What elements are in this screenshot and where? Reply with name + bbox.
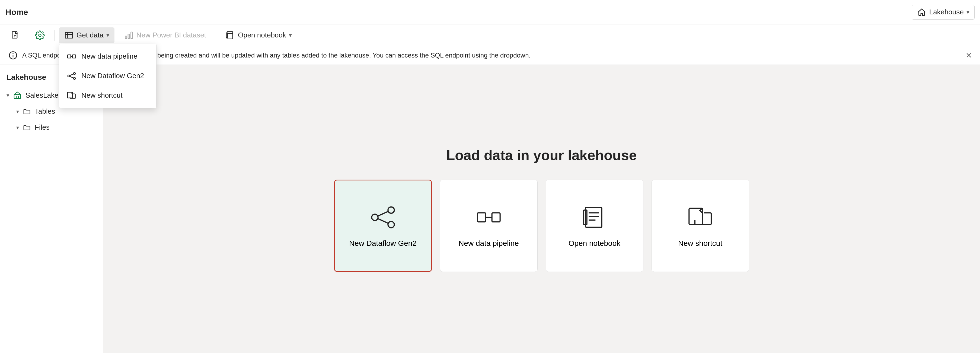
svg-line-29 (378, 211, 388, 216)
svg-point-28 (388, 221, 394, 227)
menu-item-new-shortcut[interactable]: New shortcut (59, 86, 156, 105)
menu-item-new-data-pipeline[interactable]: New data pipeline (59, 47, 156, 66)
sidebar-item-files-label: Files (35, 123, 49, 132)
card-new-shortcut-label: New shortcut (678, 239, 722, 248)
lakehouse-selector[interactable]: Lakehouse ▾ (912, 5, 975, 19)
card-open-notebook-label: Open notebook (568, 239, 620, 248)
page-title: Home (5, 8, 28, 17)
new-power-bi-label: New Power BI dataset (137, 31, 206, 39)
svg-rect-23 (14, 94, 21, 99)
get-data-chevron: ▾ (106, 32, 109, 39)
svg-rect-6 (72, 55, 76, 58)
cards-row: New Dataflow Gen2 New data pipeline (334, 180, 749, 272)
chevron-files: ▾ (16, 124, 19, 131)
lakehouse-icon (13, 91, 22, 100)
pipeline-menu-icon (67, 52, 76, 61)
open-notebook-button[interactable]: Open notebook ▾ (220, 27, 297, 43)
lakehouse-label: Lakehouse (929, 8, 964, 16)
notebook-card-icon (581, 204, 608, 231)
notebook-icon (225, 30, 235, 40)
power-bi-icon (124, 30, 134, 40)
svg-rect-34 (585, 207, 601, 227)
svg-rect-14 (125, 36, 127, 38)
folder-icon-tables (23, 107, 31, 116)
card-new-data-pipeline[interactable]: New data pipeline (440, 180, 538, 272)
svg-point-9 (73, 72, 76, 75)
chevron-tables: ▾ (16, 108, 19, 115)
menu-item-new-dataflow-gen2[interactable]: New Dataflow Gen2 (59, 66, 156, 86)
svg-line-30 (378, 219, 388, 223)
menu-item-new-dataflow-gen2-label: New Dataflow Gen2 (81, 72, 144, 80)
sidebar-item-tables-label: Tables (35, 107, 55, 116)
get-data-button[interactable]: Get data ▾ (59, 27, 115, 43)
get-data-label: Get data (76, 31, 103, 39)
card-new-dataflow-gen2-label: New Dataflow Gen2 (349, 239, 417, 248)
chevron-down-icon: ▾ (966, 9, 969, 16)
info-icon (8, 51, 18, 60)
dataflow-card-icon (369, 204, 396, 231)
folder-icon-files (23, 124, 31, 132)
svg-rect-17 (227, 32, 233, 39)
card-open-notebook[interactable]: Open notebook (546, 180, 643, 272)
svg-point-1 (39, 34, 41, 37)
svg-rect-31 (477, 213, 485, 222)
svg-point-10 (73, 77, 76, 80)
svg-rect-2 (65, 32, 73, 38)
home-icon (917, 7, 927, 17)
svg-rect-32 (492, 213, 500, 222)
svg-rect-5 (68, 55, 71, 58)
sidebar-item-files[interactable]: ▾ Files (0, 119, 103, 135)
new-file-button[interactable] (5, 27, 25, 43)
svg-point-27 (388, 207, 394, 213)
card-new-data-pipeline-label: New data pipeline (458, 239, 519, 248)
pipeline-card-icon (475, 204, 502, 231)
table-icon (64, 30, 74, 40)
shortcut-menu-icon (67, 91, 76, 100)
separator-2 (216, 30, 216, 41)
card-new-dataflow-gen2[interactable]: New Dataflow Gen2 (334, 180, 432, 272)
svg-rect-15 (128, 34, 130, 38)
new-power-bi-button[interactable]: New Power BI dataset (119, 27, 211, 43)
toolbar: Get data ▾ New data pipeline (0, 24, 980, 46)
get-data-dropdown-container: Get data ▾ New data pipeline (59, 27, 115, 43)
svg-point-26 (372, 214, 378, 220)
menu-item-new-shortcut-label: New shortcut (81, 91, 123, 100)
menu-item-new-data-pipeline-label: New data pipeline (81, 52, 137, 60)
banner-text: A SQL endpoint default dataset for repor… (22, 52, 961, 59)
main-content: Load data in your lakehouse New Dataflow… (103, 65, 980, 353)
settings-button[interactable] (30, 27, 50, 43)
svg-point-8 (68, 75, 70, 77)
svg-line-11 (70, 74, 73, 75)
content-title: Load data in your lakehouse (446, 147, 636, 163)
new-file-icon (11, 30, 20, 40)
settings-icon (35, 30, 45, 40)
get-data-menu: New data pipeline New Dataflow Gen2 (59, 44, 156, 108)
banner-close-button[interactable]: ✕ (966, 51, 972, 60)
svg-line-12 (70, 76, 73, 78)
open-notebook-label: Open notebook (238, 31, 286, 39)
svg-rect-16 (131, 32, 132, 38)
chevron-saleslakehouse: ▾ (6, 92, 9, 99)
shortcut-card-icon (687, 204, 714, 231)
top-bar: Home Lakehouse ▾ (0, 0, 980, 24)
card-new-shortcut[interactable]: New shortcut (652, 180, 749, 272)
dataflow-menu-icon (67, 71, 76, 81)
open-notebook-chevron: ▾ (289, 32, 292, 39)
